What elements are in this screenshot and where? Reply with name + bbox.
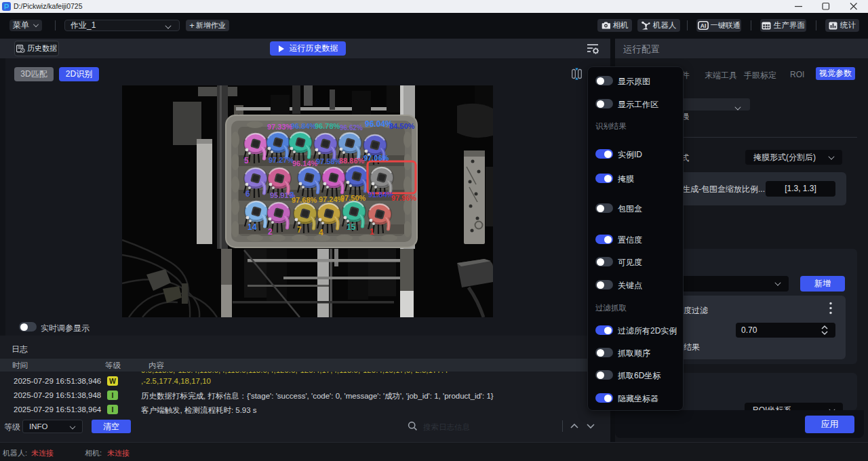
svg-text:15: 15 (347, 222, 356, 232)
svg-text:84.50%: 84.50% (389, 122, 415, 130)
svg-text:AI: AI (700, 22, 706, 29)
svg-text:4: 4 (319, 228, 323, 237)
svg-text:96.14%: 96.14% (292, 159, 318, 167)
svg-text:97.27%: 97.27% (269, 156, 294, 164)
svg-text:88.86%: 88.86% (339, 157, 365, 165)
svg-text:96.62%: 96.62% (340, 124, 363, 132)
svg-text:97.68%: 97.68% (292, 196, 317, 204)
svg-text:96.04%: 96.04% (365, 119, 393, 129)
svg-text:97.33%: 97.33% (267, 123, 293, 131)
svg-text:14: 14 (248, 222, 257, 232)
svg-text:96.84%: 96.84% (291, 122, 317, 130)
svg-text:91.84%: 91.84% (368, 191, 394, 199)
svg-text:6: 6 (245, 189, 250, 199)
svg-text:3: 3 (290, 191, 294, 200)
svg-text:97.58%: 97.58% (316, 157, 342, 165)
svg-text:97.06%: 97.06% (363, 154, 389, 162)
svg-text:96.78%: 96.78% (315, 122, 340, 130)
svg-text:97.50%: 97.50% (340, 194, 366, 202)
svg-text:5: 5 (244, 156, 249, 165)
svg-text:1: 1 (370, 227, 374, 237)
svg-text:97.96%: 97.96% (391, 194, 417, 202)
svg-text:7: 7 (297, 225, 302, 235)
svg-text:2: 2 (268, 227, 273, 237)
